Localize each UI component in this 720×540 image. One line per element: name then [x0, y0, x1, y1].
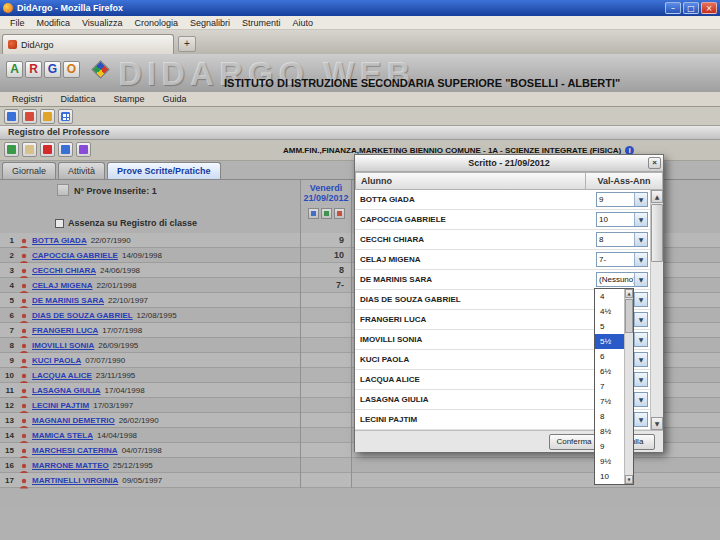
grade-option[interactable]: 9½ — [595, 454, 624, 469]
new-tab-button[interactable]: + — [178, 36, 196, 52]
chevron-down-icon[interactable]: ▼ — [634, 333, 647, 346]
student-name-link[interactable]: LASAGNA GIULIA — [32, 386, 101, 395]
grade-select[interactable]: 7- ▼ — [596, 252, 648, 267]
student-name-link[interactable]: MAGNANI DEMETRIO — [32, 416, 115, 425]
chevron-down-icon[interactable]: ▼ — [634, 413, 647, 426]
browser-menu-item[interactable]: Visualizza — [76, 18, 128, 28]
dialog-scrollbar[interactable]: ▲ ▼ — [650, 190, 663, 430]
grade-option[interactable]: 7½ — [595, 394, 624, 409]
browser-menu-item[interactable]: Modifica — [31, 18, 77, 28]
minimize-button[interactable]: – — [665, 2, 681, 14]
grade-select[interactable]: (Nessuno) ▼ — [596, 272, 648, 287]
student-person-icon — [19, 265, 29, 276]
argo-logo-letter: R — [25, 61, 42, 78]
student-name-link[interactable]: BOTTA GIADA — [32, 236, 87, 245]
student-birthdate: 12/08/1995 — [137, 311, 177, 320]
stats-icon[interactable] — [76, 142, 91, 157]
dialog-student-row: CAPOCCIA GABRIELE 10 ▼ — [355, 210, 663, 230]
prova-edit-button[interactable] — [321, 208, 332, 219]
browser-menu-item[interactable]: Aiuto — [286, 18, 319, 28]
registro-tab[interactable]: Prove Scritte/Pratiche — [107, 162, 221, 179]
chevron-down-icon[interactable]: ▼ — [634, 233, 647, 246]
student-number: 7 — [0, 326, 14, 335]
student-name-link[interactable]: FRANGERI LUCA — [32, 326, 98, 335]
grade-select[interactable]: 10 ▼ — [596, 212, 648, 227]
app-menu-item[interactable]: Didattica — [53, 93, 104, 105]
student-person-icon — [19, 415, 29, 426]
chevron-down-icon[interactable]: ▼ — [634, 373, 647, 386]
student-name-link[interactable]: MAMICA STELA — [32, 431, 93, 440]
browser-menu-item[interactable]: Segnalibri — [184, 18, 236, 28]
student-name-link[interactable]: DIAS DE SOUZA GABRIEL — [32, 311, 133, 320]
prova-menu-button[interactable] — [308, 208, 319, 219]
chevron-down-icon[interactable]: ▼ — [634, 253, 647, 266]
new-document-icon[interactable] — [4, 109, 19, 124]
grade-option[interactable]: 10 — [595, 469, 624, 484]
student-name-link[interactable]: MARRONE MATTEO — [32, 461, 109, 470]
dropdown-scrollbar[interactable]: ▲ ▼ — [624, 289, 633, 484]
chevron-down-icon[interactable]: ▼ — [634, 273, 647, 286]
student-name-link[interactable]: MARCHESI CATERINA — [32, 446, 118, 455]
scrollbar-thumb[interactable] — [651, 204, 663, 262]
grade-option[interactable]: 7 — [595, 379, 624, 394]
grid-view-icon[interactable] — [58, 109, 73, 124]
print-icon[interactable] — [40, 109, 55, 124]
chevron-down-icon[interactable]: ▼ — [634, 393, 647, 406]
grade-option[interactable]: 8 — [595, 409, 624, 424]
grade-select[interactable]: 8 ▼ — [596, 232, 648, 247]
tab-didargo[interactable]: DidArgo — [2, 34, 174, 54]
registro-tab[interactable]: Giornale — [2, 162, 56, 179]
record-icon[interactable] — [40, 142, 55, 157]
student-name-link[interactable]: DE MARINIS SARA — [32, 296, 104, 305]
student-name-link[interactable]: IMOVILLI SONIA — [32, 341, 94, 350]
prova-delete-button[interactable] — [334, 208, 345, 219]
save-icon[interactable] — [22, 142, 37, 157]
window-titlebar[interactable]: DidArgo - Mozilla Firefox – □ × — [0, 0, 720, 16]
grade-option[interactable]: 6½ — [595, 364, 624, 379]
chevron-down-icon[interactable]: ▼ — [634, 293, 647, 306]
grade-option[interactable]: 5½ — [595, 334, 624, 349]
browser-menu-item[interactable]: Strumenti — [236, 18, 287, 28]
grade-option[interactable]: 4½ — [595, 304, 624, 319]
grade-option[interactable]: 4 — [595, 289, 624, 304]
student-name-link[interactable]: KUCI PAOLA — [32, 356, 81, 365]
absence-checkbox[interactable] — [55, 219, 64, 228]
grade-option[interactable]: 6 — [595, 349, 624, 364]
grade-select[interactable]: 9 ▼ — [596, 192, 648, 207]
app-menu-item[interactable]: Stampe — [106, 93, 153, 105]
close-window-button[interactable]: × — [701, 2, 717, 14]
scroll-down-icon[interactable]: ▼ — [651, 417, 663, 430]
student-name-link[interactable]: MARTINELLI VIRGINIA — [32, 476, 118, 485]
back-icon[interactable] — [4, 142, 19, 157]
grade-option[interactable]: 8½ — [595, 424, 624, 439]
confirm-button[interactable]: Conferma — [549, 434, 599, 450]
absence-row: Assenza su Registro di classe — [55, 218, 197, 228]
maximize-button[interactable]: □ — [683, 2, 699, 14]
dropdown-scrollbar-thumb[interactable] — [625, 299, 633, 333]
dropdown-scroll-up-icon[interactable]: ▲ — [625, 289, 633, 298]
dropdown-scroll-down-icon[interactable]: ▼ — [625, 475, 633, 484]
student-name-link[interactable]: LECINI PAJTIM — [32, 401, 89, 410]
prova-date[interactable]: 21/09/2012 — [301, 193, 351, 203]
chevron-down-icon[interactable]: ▼ — [634, 313, 647, 326]
chevron-down-icon[interactable]: ▼ — [634, 193, 647, 206]
delete-document-icon[interactable] — [22, 109, 37, 124]
grade-option[interactable]: 9 — [595, 439, 624, 454]
browser-menu-item[interactable]: File — [4, 18, 31, 28]
registro-tab[interactable]: Attività — [58, 162, 105, 179]
app-menu-item[interactable]: Registri — [4, 93, 51, 105]
student-name-link[interactable]: CECCHI CHIARA — [32, 266, 96, 275]
students-icon[interactable] — [58, 142, 73, 157]
scroll-up-icon[interactable]: ▲ — [651, 190, 663, 203]
browser-menu-item[interactable]: Cronologia — [128, 18, 184, 28]
grade-option[interactable]: 5 — [595, 319, 624, 334]
dialog-titlebar[interactable]: Scritto - 21/09/2012 × — [355, 155, 663, 172]
student-name-link[interactable]: CELAJ MIGENA — [32, 281, 92, 290]
student-name-link[interactable]: CAPOCCIA GABRIELE — [32, 251, 118, 260]
dialog-close-button[interactable]: × — [648, 157, 661, 169]
chevron-down-icon[interactable]: ▼ — [634, 213, 647, 226]
student-person-icon — [19, 235, 29, 246]
student-name-link[interactable]: LACQUA ALICE — [32, 371, 92, 380]
app-menu-item[interactable]: Guida — [155, 93, 195, 105]
chevron-down-icon[interactable]: ▼ — [634, 353, 647, 366]
